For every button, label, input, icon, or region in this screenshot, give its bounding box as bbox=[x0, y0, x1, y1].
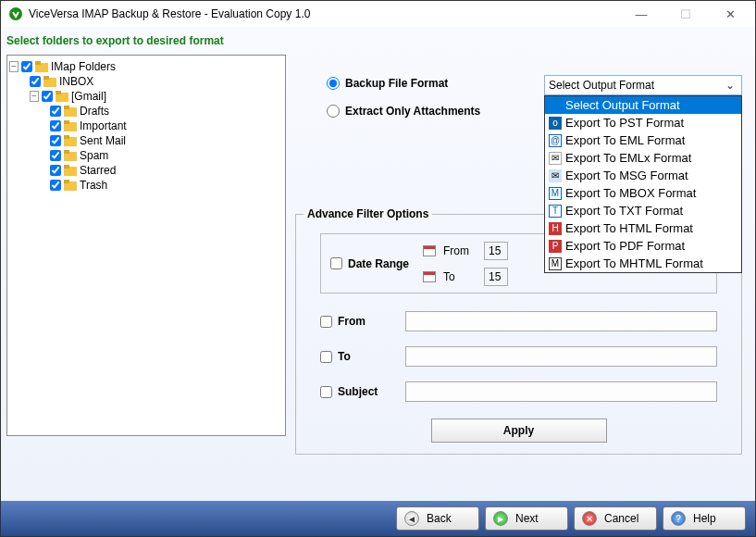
dropdown-option-eml[interactable]: @ Export To EML Format bbox=[545, 131, 741, 149]
output-format-listbox[interactable]: Select Output Format o Export To PST For… bbox=[544, 95, 742, 273]
window-title: ViceVersa IMAP Backup & Restore - Evalua… bbox=[29, 7, 627, 20]
button-label: Back bbox=[427, 512, 452, 525]
to-day-input[interactable]: 15 bbox=[484, 268, 508, 286]
option-label: Export To MHTML Format bbox=[565, 256, 703, 270]
from-filter-label: From bbox=[338, 315, 366, 328]
tree-item[interactable]: Trash bbox=[9, 178, 283, 193]
dropdown-option-mhtml[interactable]: M Export To MHTML Format bbox=[545, 255, 741, 272]
svg-rect-8 bbox=[64, 106, 69, 109]
html-icon: H bbox=[549, 222, 562, 235]
fieldset-legend: Advance Filter Options bbox=[304, 207, 432, 220]
to-filter-label: To bbox=[338, 350, 351, 363]
txt-icon: T bbox=[549, 205, 562, 218]
folder-icon bbox=[35, 61, 48, 72]
radio-input[interactable] bbox=[327, 105, 340, 118]
from-day-input[interactable]: 15 bbox=[484, 242, 508, 260]
dropdown-option-msg[interactable]: ✉ Export To MSG Format bbox=[545, 167, 741, 184]
dropdown-option-pdf[interactable]: P Export To PDF Format bbox=[545, 237, 741, 255]
tree-label: Drafts bbox=[80, 105, 109, 118]
calendar-icon bbox=[423, 245, 436, 256]
tree-label: Starred bbox=[80, 164, 116, 177]
dropdown-option-html[interactable]: H Export To HTML Format bbox=[545, 219, 741, 237]
to-filter-row: To bbox=[320, 343, 717, 370]
tree-checkbox[interactable] bbox=[50, 150, 61, 161]
tree-checkbox[interactable] bbox=[21, 61, 32, 72]
svg-rect-4 bbox=[43, 76, 49, 80]
next-button[interactable]: ► Next bbox=[485, 506, 568, 531]
radio-input[interactable] bbox=[327, 77, 340, 90]
button-label: Help bbox=[693, 512, 716, 525]
dropdown-option-emlx[interactable]: ✉ Export To EMLx Format bbox=[545, 149, 741, 167]
radio-label: Extract Only Attachments bbox=[345, 105, 480, 118]
option-label: Select Output Format bbox=[565, 98, 680, 112]
help-button[interactable]: ? Help bbox=[663, 506, 746, 531]
folder-icon bbox=[56, 91, 68, 102]
maximize-button[interactable]: ☐ bbox=[672, 7, 700, 21]
tree-item[interactable]: − [Gmail] bbox=[9, 89, 283, 104]
collapse-icon[interactable]: − bbox=[30, 91, 39, 102]
folder-tree[interactable]: − IMap Folders INBOX − [Gmail] Drafts bbox=[6, 55, 286, 436]
date-range-checkbox[interactable] bbox=[330, 257, 342, 269]
tree-label: Sent Mail bbox=[80, 134, 126, 147]
tree-checkbox[interactable] bbox=[50, 120, 61, 131]
pst-icon: o bbox=[549, 117, 562, 130]
subject-filter-input[interactable] bbox=[405, 381, 717, 402]
next-icon: ► bbox=[493, 511, 508, 526]
bottom-nav-bar: ◄ Back ► Next ✕ Cancel ? Help bbox=[1, 501, 755, 536]
tree-checkbox[interactable] bbox=[50, 180, 61, 191]
emlx-icon: ✉ bbox=[549, 152, 562, 165]
tree-item[interactable]: Important bbox=[9, 119, 283, 133]
cancel-icon: ✕ bbox=[582, 511, 597, 526]
folder-icon bbox=[64, 165, 77, 176]
option-label: Export To EMLx Format bbox=[565, 151, 691, 165]
tree-checkbox[interactable] bbox=[50, 165, 61, 176]
tree-item[interactable]: INBOX bbox=[9, 74, 283, 89]
tree-checkbox[interactable] bbox=[50, 135, 61, 146]
button-label: Cancel bbox=[604, 512, 638, 525]
cancel-button[interactable]: ✕ Cancel bbox=[574, 506, 657, 531]
dropdown-option-txt[interactable]: T Export To TXT Format bbox=[545, 202, 741, 219]
option-label: Export To MBOX Format bbox=[565, 186, 696, 200]
tree-item[interactable]: Starred bbox=[9, 163, 283, 178]
output-format-dropdown[interactable]: Select Output Format ⌄ bbox=[544, 75, 742, 95]
to-filter-input[interactable] bbox=[405, 346, 717, 367]
tree-checkbox[interactable] bbox=[42, 91, 53, 102]
from-filter-row: From bbox=[320, 307, 717, 335]
window-controls: — ☐ ✕ bbox=[627, 7, 748, 21]
dropdown-option-pst[interactable]: o Export To PST Format bbox=[545, 114, 741, 131]
folder-icon bbox=[64, 135, 77, 146]
tree-label: Important bbox=[80, 119, 127, 132]
tree-checkbox[interactable] bbox=[50, 106, 61, 117]
folder-icon bbox=[43, 76, 56, 87]
dropdown-option-mbox[interactable]: M Export To MBOX Format bbox=[545, 184, 741, 202]
collapse-icon[interactable]: − bbox=[9, 61, 19, 72]
tree-root[interactable]: − IMap Folders bbox=[9, 59, 283, 74]
from-label: From bbox=[443, 244, 477, 257]
folder-icon bbox=[64, 106, 77, 117]
close-button[interactable]: ✕ bbox=[716, 7, 744, 21]
to-checkbox[interactable] bbox=[320, 351, 332, 363]
titlebar: ViceVersa IMAP Backup & Restore - Evalua… bbox=[1, 1, 755, 27]
apply-button[interactable]: Apply bbox=[431, 418, 607, 443]
page-subtitle: Select folders to export to desired form… bbox=[1, 27, 755, 53]
from-checkbox[interactable] bbox=[320, 316, 332, 328]
msg-icon: ✉ bbox=[549, 169, 562, 182]
tree-item[interactable]: Spam bbox=[9, 148, 283, 163]
svg-rect-14 bbox=[64, 150, 69, 154]
tree-label: INBOX bbox=[59, 75, 93, 88]
mbox-icon: M bbox=[549, 187, 562, 200]
minimize-button[interactable]: — bbox=[627, 7, 655, 21]
folder-icon bbox=[64, 120, 77, 131]
from-filter-input[interactable] bbox=[405, 311, 717, 331]
back-button[interactable]: ◄ Back bbox=[396, 506, 479, 531]
dropdown-option-placeholder[interactable]: Select Output Format bbox=[545, 96, 741, 114]
tree-item[interactable]: Sent Mail bbox=[9, 133, 283, 148]
tree-item[interactable]: Drafts bbox=[9, 104, 283, 119]
subject-checkbox[interactable] bbox=[320, 386, 332, 398]
svg-rect-10 bbox=[64, 120, 69, 124]
help-icon: ? bbox=[671, 511, 686, 526]
app-icon bbox=[8, 6, 23, 21]
tree-checkbox[interactable] bbox=[30, 76, 41, 87]
folder-icon bbox=[64, 180, 77, 191]
dropdown-value: Select Output Format bbox=[549, 79, 723, 92]
